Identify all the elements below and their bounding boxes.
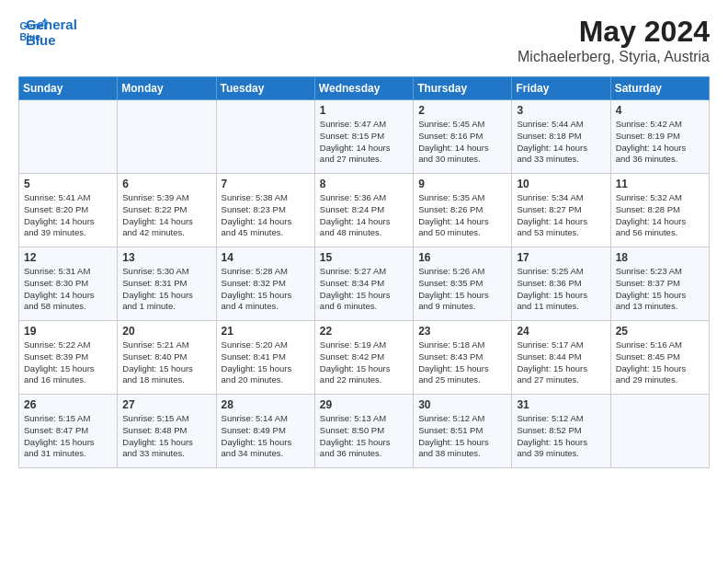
day-number: 29	[320, 398, 409, 411]
day-info: Sunrise: 5:25 AM Sunset: 8:36 PM Dayligh…	[517, 266, 606, 313]
day-number: 22	[320, 325, 409, 338]
day-number: 19	[24, 325, 113, 338]
col-header-sunday: Sunday	[19, 77, 118, 100]
calendar-cell: 24Sunrise: 5:17 AM Sunset: 8:44 PM Dayli…	[512, 321, 610, 395]
calendar-cell: 1Sunrise: 5:47 AM Sunset: 8:15 PM Daylig…	[314, 100, 413, 174]
day-number: 9	[418, 178, 507, 190]
day-number: 11	[616, 178, 705, 190]
calendar-cell: 25Sunrise: 5:16 AM Sunset: 8:45 PM Dayli…	[610, 321, 709, 395]
calendar-cell: 28Sunrise: 5:14 AM Sunset: 8:49 PM Dayli…	[216, 395, 314, 468]
day-info: Sunrise: 5:15 AM Sunset: 8:47 PM Dayligh…	[24, 413, 113, 460]
day-info: Sunrise: 5:39 AM Sunset: 8:22 PM Dayligh…	[122, 192, 211, 239]
day-info: Sunrise: 5:32 AM Sunset: 8:28 PM Dayligh…	[616, 192, 705, 239]
day-info: Sunrise: 5:26 AM Sunset: 8:35 PM Dayligh…	[418, 266, 507, 313]
calendar-cell	[610, 395, 709, 468]
week-row-5: 26Sunrise: 5:15 AM Sunset: 8:47 PM Dayli…	[19, 395, 710, 468]
day-number: 2	[418, 104, 507, 117]
calendar-cell: 20Sunrise: 5:21 AM Sunset: 8:40 PM Dayli…	[118, 321, 216, 395]
day-number: 13	[122, 251, 211, 264]
calendar-cell: 26Sunrise: 5:15 AM Sunset: 8:47 PM Dayli…	[19, 395, 118, 468]
week-row-1: 1Sunrise: 5:47 AM Sunset: 8:15 PM Daylig…	[19, 100, 710, 174]
day-info: Sunrise: 5:47 AM Sunset: 8:15 PM Dayligh…	[320, 119, 409, 166]
calendar-cell: 18Sunrise: 5:23 AM Sunset: 8:37 PM Dayli…	[610, 247, 709, 321]
day-info: Sunrise: 5:20 AM Sunset: 8:41 PM Dayligh…	[222, 339, 311, 386]
day-info: Sunrise: 5:17 AM Sunset: 8:44 PM Dayligh…	[517, 339, 606, 386]
day-number: 12	[24, 251, 113, 264]
calendar-cell: 14Sunrise: 5:28 AM Sunset: 8:32 PM Dayli…	[216, 247, 314, 321]
col-header-tuesday: Tuesday	[216, 77, 314, 100]
day-number: 15	[320, 251, 409, 264]
col-header-monday: Monday	[118, 77, 216, 100]
calendar-cell	[118, 100, 216, 174]
calendar-cell: 30Sunrise: 5:12 AM Sunset: 8:51 PM Dayli…	[414, 395, 512, 468]
day-number: 30	[418, 398, 507, 411]
calendar-cell: 11Sunrise: 5:32 AM Sunset: 8:28 PM Dayli…	[610, 174, 709, 247]
calendar-cell: 7Sunrise: 5:38 AM Sunset: 8:23 PM Daylig…	[216, 174, 314, 247]
col-header-thursday: Thursday	[414, 77, 512, 100]
col-header-saturday: Saturday	[610, 77, 709, 100]
calendar-cell: 6Sunrise: 5:39 AM Sunset: 8:22 PM Daylig…	[118, 174, 216, 247]
calendar-cell: 16Sunrise: 5:26 AM Sunset: 8:35 PM Dayli…	[414, 247, 512, 321]
day-info: Sunrise: 5:18 AM Sunset: 8:43 PM Dayligh…	[418, 339, 507, 386]
calendar-cell	[216, 100, 314, 174]
day-info: Sunrise: 5:36 AM Sunset: 8:24 PM Dayligh…	[320, 192, 409, 239]
calendar-cell: 17Sunrise: 5:25 AM Sunset: 8:36 PM Dayli…	[512, 247, 610, 321]
day-info: Sunrise: 5:44 AM Sunset: 8:18 PM Dayligh…	[517, 119, 606, 166]
day-info: Sunrise: 5:34 AM Sunset: 8:27 PM Dayligh…	[517, 192, 606, 239]
logo: General Blue General Blue	[18, 15, 77, 48]
day-number: 28	[222, 398, 311, 411]
day-number: 17	[517, 251, 606, 264]
day-number: 4	[616, 104, 705, 117]
calendar-cell: 4Sunrise: 5:42 AM Sunset: 8:19 PM Daylig…	[610, 100, 709, 174]
day-info: Sunrise: 5:16 AM Sunset: 8:45 PM Dayligh…	[616, 339, 705, 386]
calendar-cell: 31Sunrise: 5:12 AM Sunset: 8:52 PM Dayli…	[512, 395, 610, 468]
day-info: Sunrise: 5:45 AM Sunset: 8:16 PM Dayligh…	[418, 119, 507, 166]
week-row-4: 19Sunrise: 5:22 AM Sunset: 8:39 PM Dayli…	[19, 321, 710, 395]
title-section: May 2024 Michaelerberg, Styria, Austria	[518, 15, 710, 65]
calendar-cell: 13Sunrise: 5:30 AM Sunset: 8:31 PM Dayli…	[118, 247, 216, 321]
day-info: Sunrise: 5:38 AM Sunset: 8:23 PM Dayligh…	[222, 192, 311, 239]
logo-line1: General	[26, 17, 77, 32]
subtitle: Michaelerberg, Styria, Austria	[518, 49, 710, 65]
day-number: 18	[616, 251, 705, 264]
day-info: Sunrise: 5:42 AM Sunset: 8:19 PM Dayligh…	[616, 119, 705, 166]
calendar-cell: 8Sunrise: 5:36 AM Sunset: 8:24 PM Daylig…	[314, 174, 413, 247]
day-number: 24	[517, 325, 606, 338]
calendar-cell: 9Sunrise: 5:35 AM Sunset: 8:26 PM Daylig…	[414, 174, 512, 247]
col-header-friday: Friday	[512, 77, 610, 100]
day-number: 14	[222, 251, 311, 264]
calendar-cell: 22Sunrise: 5:19 AM Sunset: 8:42 PM Dayli…	[314, 321, 413, 395]
day-info: Sunrise: 5:30 AM Sunset: 8:31 PM Dayligh…	[122, 266, 211, 313]
week-row-2: 5Sunrise: 5:41 AM Sunset: 8:20 PM Daylig…	[19, 174, 710, 247]
day-number: 6	[122, 178, 211, 190]
calendar-cell: 2Sunrise: 5:45 AM Sunset: 8:16 PM Daylig…	[414, 100, 512, 174]
calendar-cell: 3Sunrise: 5:44 AM Sunset: 8:18 PM Daylig…	[512, 100, 610, 174]
calendar-table: SundayMondayTuesdayWednesdayThursdayFrid…	[18, 76, 710, 468]
calendar-cell: 21Sunrise: 5:20 AM Sunset: 8:41 PM Dayli…	[216, 321, 314, 395]
day-info: Sunrise: 5:13 AM Sunset: 8:50 PM Dayligh…	[320, 413, 409, 460]
day-info: Sunrise: 5:19 AM Sunset: 8:42 PM Dayligh…	[320, 339, 409, 386]
day-number: 26	[24, 398, 113, 411]
day-number: 25	[616, 325, 705, 338]
day-number: 31	[517, 398, 606, 411]
day-info: Sunrise: 5:12 AM Sunset: 8:51 PM Dayligh…	[418, 413, 507, 460]
day-number: 10	[517, 178, 606, 190]
day-info: Sunrise: 5:21 AM Sunset: 8:40 PM Dayligh…	[122, 339, 211, 386]
day-number: 8	[320, 178, 409, 190]
day-info: Sunrise: 5:12 AM Sunset: 8:52 PM Dayligh…	[517, 413, 606, 460]
day-number: 16	[418, 251, 507, 264]
day-number: 23	[418, 325, 507, 338]
day-number: 5	[24, 178, 113, 190]
calendar-cell: 5Sunrise: 5:41 AM Sunset: 8:20 PM Daylig…	[19, 174, 118, 247]
day-number: 1	[320, 104, 409, 117]
calendar-cell: 19Sunrise: 5:22 AM Sunset: 8:39 PM Dayli…	[19, 321, 118, 395]
logo-line2: Blue	[26, 32, 77, 48]
day-number: 27	[122, 398, 211, 411]
day-info: Sunrise: 5:14 AM Sunset: 8:49 PM Dayligh…	[222, 413, 311, 460]
calendar-cell: 10Sunrise: 5:34 AM Sunset: 8:27 PM Dayli…	[512, 174, 610, 247]
calendar-cell: 23Sunrise: 5:18 AM Sunset: 8:43 PM Dayli…	[414, 321, 512, 395]
calendar-cell	[19, 100, 118, 174]
day-number: 3	[517, 104, 606, 117]
col-header-wednesday: Wednesday	[314, 77, 413, 100]
day-info: Sunrise: 5:31 AM Sunset: 8:30 PM Dayligh…	[24, 266, 113, 313]
